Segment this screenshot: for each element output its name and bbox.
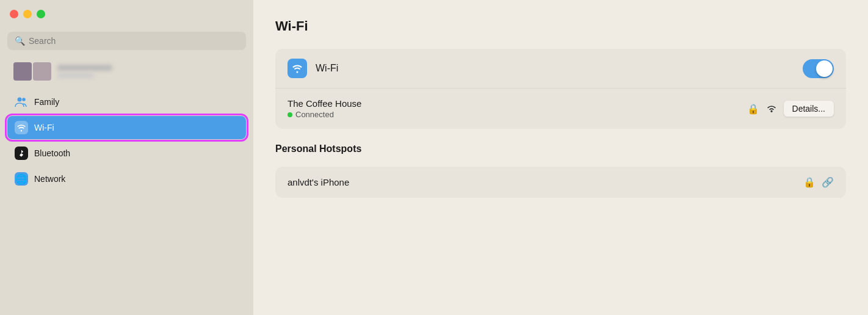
- traffic-lights: [7, 10, 246, 18]
- avatar: [33, 62, 51, 81]
- wifi-signal-icon: [765, 101, 778, 116]
- row-actions: 🔒 Details...: [747, 101, 834, 117]
- sidebar-item-network[interactable]: 🌐 Network: [7, 167, 246, 190]
- link-icon: 🔗: [822, 176, 834, 188]
- wifi-icon: [15, 121, 28, 134]
- connected-network-row: The Coffee House Connected 🔒 Details...: [275, 89, 846, 129]
- page-title: Wi-Fi: [275, 18, 846, 34]
- search-bar[interactable]: 🔍: [7, 32, 246, 50]
- user-sub: [57, 73, 94, 78]
- hotspots-card: anlvdt's iPhone 🔒 🔗: [275, 167, 846, 198]
- family-icon: [15, 95, 28, 109]
- hotspot-actions: 🔒 🔗: [803, 176, 834, 188]
- wifi-row-label: Wi-Fi: [316, 63, 794, 74]
- sidebar-item-family[interactable]: Family: [7, 90, 246, 114]
- sidebar-item-label: Wi-Fi: [34, 123, 54, 132]
- search-icon: 🔍: [15, 36, 25, 46]
- bluetooth-icon: [15, 147, 28, 160]
- wifi-icon-circle: [288, 59, 307, 78]
- main-content: Wi-Fi Wi-Fi The Coffee House Connected: [253, 0, 868, 315]
- sidebar-item-wifi[interactable]: Wi-Fi: [7, 116, 246, 139]
- sidebar-item-label: Network: [34, 174, 65, 184]
- sidebar-item-label: Bluetooth: [34, 148, 70, 158]
- svg-point-1: [22, 98, 26, 101]
- sidebar: 🔍 Family Wi-Fi: [0, 0, 253, 315]
- search-input[interactable]: [29, 36, 239, 46]
- user-texts: [57, 65, 112, 78]
- wifi-card: Wi-Fi The Coffee House Connected 🔒: [275, 49, 846, 129]
- sidebar-item-bluetooth[interactable]: Bluetooth: [7, 142, 246, 165]
- user-name: [57, 65, 112, 71]
- avatar: [13, 62, 32, 81]
- svg-point-0: [18, 98, 22, 102]
- wifi-toggle-row: Wi-Fi: [275, 49, 846, 89]
- wifi-toggle[interactable]: [803, 59, 834, 78]
- lock-icon: 🔒: [747, 103, 759, 115]
- connected-dot: [288, 112, 292, 117]
- details-button[interactable]: Details...: [784, 101, 834, 117]
- lock-icon: 🔒: [803, 176, 816, 188]
- sidebar-item-label: Family: [34, 97, 59, 107]
- status-text: Connected: [295, 110, 334, 119]
- personal-hotspots-title: Personal Hotspots: [275, 143, 846, 154]
- toggle-knob: [816, 60, 833, 77]
- svg-point-2: [771, 110, 772, 112]
- close-button[interactable]: [10, 10, 18, 18]
- network-info: The Coffee House Connected: [288, 98, 739, 119]
- network-status: Connected: [288, 110, 739, 119]
- user-profile[interactable]: [7, 57, 246, 85]
- network-icon: 🌐: [15, 172, 28, 186]
- maximize-button[interactable]: [37, 10, 45, 18]
- network-name: The Coffee House: [288, 98, 739, 109]
- minimize-button[interactable]: [23, 10, 32, 18]
- hotspot-row: anlvdt's iPhone 🔒 🔗: [275, 167, 846, 198]
- hotspot-name: anlvdt's iPhone: [288, 177, 349, 187]
- avatar-group: [13, 62, 51, 81]
